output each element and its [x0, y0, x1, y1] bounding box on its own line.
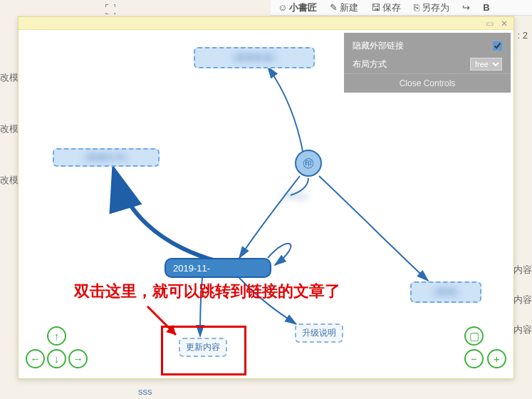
maximize-icon[interactable]: ▭ — [486, 19, 494, 28]
fit-button[interactable]: ▢ — [464, 326, 484, 346]
layout-select[interactable]: free — [470, 58, 502, 71]
node-date[interactable]: 2019-11- — [165, 258, 271, 278]
annotation-text: 双击这里，就可以跳转到链接的文章了 — [74, 281, 340, 302]
node-center-label: （中心） — [259, 188, 330, 204]
nav-right-button[interactable]: → — [68, 349, 88, 368]
close-icon[interactable]: ✕ — [501, 19, 508, 28]
node-upgrade[interactable]: 升级说明 — [295, 323, 343, 343]
node-center-circle[interactable]: ㊞ — [295, 150, 322, 177]
panel-titlebar: ▭ ✕ — [19, 17, 513, 30]
brand-label: ☺ 小書匠 — [278, 1, 317, 14]
nav-down-button[interactable]: ↓ — [47, 349, 66, 368]
close-controls-button[interactable]: Close Controls — [344, 73, 511, 93]
saveas-button[interactable]: ⎘ 另存为 — [414, 1, 449, 14]
background-right: 内容 内容 内容 — [513, 264, 532, 353]
save-button[interactable]: 🖫 保存 — [371, 1, 401, 14]
fullscreen-icon[interactable] — [105, 4, 115, 14]
hide-ext-links-checkbox[interactable] — [493, 41, 502, 51]
hide-ext-links-label: 隐藏外部链接 — [353, 40, 404, 52]
zoom-in-button[interactable]: + — [487, 349, 506, 368]
bg-right-item: 内容 — [513, 323, 532, 336]
nav-up-button[interactable]: ↑ — [47, 326, 66, 346]
bold-icon[interactable]: B — [483, 2, 489, 13]
node-rightcard[interactable]: （模糊） — [410, 281, 481, 303]
mindmap-panel: ▭ ✕ — [18, 16, 514, 379]
node-top[interactable]: （模糊标题） — [194, 47, 315, 68]
node-left[interactable]: （模糊文本） — [53, 148, 160, 167]
center-glyph-icon: ㊞ — [303, 156, 314, 171]
panel-body: （模糊标题） （模糊文本） ㊞ （中心） 2019-11- 更新内容 升级说明 … — [19, 30, 513, 378]
controls-panel: 隐藏外部链接 布局方式 free Close Controls — [344, 33, 511, 93]
nav-left-button[interactable]: ← — [26, 349, 45, 368]
background-footer-link[interactable]: sss — [138, 386, 152, 397]
bg-right-item: 内容 — [513, 294, 532, 306]
zoom-out-button[interactable]: − — [464, 349, 484, 368]
page-hint: : 2 — [518, 30, 528, 41]
annotation-highlight-box — [161, 326, 246, 375]
layout-label: 布局方式 — [353, 58, 387, 71]
new-button[interactable]: ✎ 新建 — [330, 1, 358, 14]
background-toolbar: ☺ 小書匠 ✎ 新建 🖫 保存 ⎘ 另存为 ↪ B — [271, 0, 532, 16]
redo-icon[interactable]: ↪ — [462, 2, 470, 13]
bg-right-item: 内容 — [513, 264, 532, 276]
